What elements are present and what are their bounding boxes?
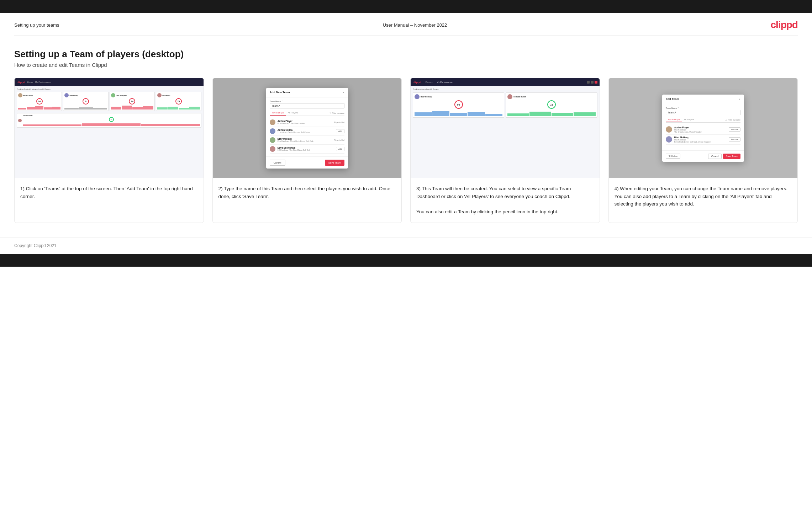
s1-bar <box>23 124 81 126</box>
dialog-footer: Cancel Save Team <box>266 156 348 169</box>
card-2-description: 2) Type the name of this Team and then s… <box>218 186 391 199</box>
top-bar <box>0 0 812 13</box>
s1-nav: Home My Performance <box>27 81 51 83</box>
dialog-team-name-input[interactable]: Team A <box>270 103 344 108</box>
s1-bar <box>44 107 52 110</box>
s1-avatar-4 <box>157 93 162 97</box>
edit-player-row-2: Blair McHarg Plus Handicap Royal North D… <box>666 135 740 145</box>
dialog-title: Add New Team <box>270 91 290 94</box>
edit-delete-button[interactable]: 🗑 Delete <box>666 154 680 159</box>
card-4-description: 4) When editing your Team, you can chang… <box>615 186 788 207</box>
dialog-player-row-3: Blair McHarg Plus Handicap · Royal North… <box>270 136 344 145</box>
s1-player-header-4: Dave Billin... <box>157 93 200 97</box>
dp-add-btn-2[interactable]: Add <box>336 129 344 133</box>
ep-info-1: Adrian Player Plus Handicap The Shire Lo… <box>674 126 729 133</box>
edit-dialog-input[interactable]: Team A <box>666 110 740 115</box>
footer: Copyright Clippd 2021 <box>0 237 812 254</box>
s3-players-grid: Blair McHarg 94 <box>413 92 597 118</box>
card-1-description: 1) Click on 'Teams' at the top of the sc… <box>20 186 193 199</box>
card-1: clippd Home My Performance Tracking 8 ou… <box>14 78 204 223</box>
dialog-tab-all-players[interactable]: All Players <box>286 111 300 116</box>
bottom-bar <box>0 254 812 267</box>
s3-bar <box>507 113 529 116</box>
dialog-close-icon[interactable]: × <box>342 91 344 94</box>
s3-bar <box>468 112 485 116</box>
edit-dialog-body: Team Name * Team A My Team (2) All Playe… <box>662 104 744 150</box>
s3-avatar-2 <box>507 94 512 99</box>
s1-bar <box>189 107 200 110</box>
dp-info-4: Dave Billingham 3.5 Handicap · The Ding … <box>278 146 336 151</box>
edit-player-row-1: Adrian Player Plus Handicap The Shire Lo… <box>666 125 740 135</box>
dp-info-2: Adrian Coliba 1 Handicap · Central Londo… <box>278 129 336 133</box>
ep-name-1: Adrian Player <box>674 126 729 129</box>
s1-bar <box>132 107 143 110</box>
card-2-screenshot: Add New Team × Team Name * Team A My Tea… <box>213 78 402 178</box>
edit-filter-checkbox[interactable] <box>725 119 727 121</box>
edit-tab-all-players[interactable]: All Players <box>682 117 696 122</box>
delete-label: Delete <box>671 155 677 157</box>
ep-remove-btn-2[interactable]: Remove <box>729 137 740 142</box>
card-4-text: 4) When editing your Team, you can chang… <box>609 178 798 215</box>
dialog-cancel-button[interactable]: Cancel <box>270 160 285 166</box>
s1-bar <box>35 106 43 110</box>
edit-cancel-button[interactable]: Cancel <box>708 154 722 159</box>
s3-icon-1 <box>587 81 590 84</box>
card-3-screenshot: clippd Players My Performance Tracking p… <box>411 78 600 178</box>
edit-team-dialog: Edit Team × Team Name * Team A My Team (… <box>662 95 744 162</box>
dp-add-btn-4[interactable]: Add <box>336 147 344 151</box>
s1-nav-home: Home <box>27 81 33 83</box>
dp-detail-3: Plus Handicap · Royal North Devon Golf C… <box>278 140 334 142</box>
edit-players-list: Adrian Player Plus Handicap The Shire Lo… <box>666 125 740 145</box>
page-subtitle: How to create and edit Teams in Clippd <box>14 62 798 68</box>
s1-player-card-bottom: Richard Butler 72 <box>17 113 201 128</box>
s3-player-card-1: Blair McHarg 94 <box>413 92 504 118</box>
s3-bars-2 <box>507 110 595 116</box>
card-3: clippd Players My Performance Tracking p… <box>410 78 600 223</box>
s3-bar <box>529 112 551 116</box>
s1-content-title: Tracking 8 out of 8 players from All Pla… <box>17 88 201 90</box>
filter-label: Filter by name <box>332 112 344 114</box>
filter-checkbox[interactable] <box>329 112 331 114</box>
s3-toolbar <box>587 81 597 84</box>
edit-dialog-close-icon[interactable]: × <box>738 97 740 101</box>
dp-badge-3: Player Added <box>334 139 344 141</box>
edit-dialog-tabs: My Team (2) All Players Filter by name <box>666 117 740 123</box>
dialog-filter: Filter by name <box>329 111 344 116</box>
s1-player-card-2: Blair McHarg 0 <box>63 92 108 111</box>
s1-score-circle-1: 84 <box>36 98 43 105</box>
edit-footer-right: Cancel Save Team <box>708 154 740 159</box>
dp-detail-2: 1 Handicap · Central London Golf Centre <box>278 131 336 133</box>
s1-player-name-4: Dave Billin... <box>162 95 171 96</box>
s1-bar <box>64 108 78 110</box>
s1-bottom-name: Richard Butler <box>23 114 200 116</box>
edit-tab-my-team[interactable]: My Team (2) <box>666 117 682 122</box>
clippd-logo: clippd <box>771 19 798 31</box>
s3-player-name-2: Richard Butler <box>513 96 526 98</box>
dialog-save-button[interactable]: Save Team <box>325 160 344 166</box>
edit-save-button[interactable]: Save Team <box>723 154 740 159</box>
edit-filter: Filter by name <box>725 117 740 122</box>
s3-content: Tracking players from All Players Blair … <box>411 86 600 120</box>
s1-bars-1 <box>18 105 60 110</box>
s1-player-name-3: Dave Billingham <box>116 95 127 96</box>
dp-name-4: Dave Billingham <box>278 146 336 149</box>
dialog-tab-my-team[interactable]: My Team (2) <box>270 111 286 116</box>
s3-nav-myperformance: My Performance <box>437 81 453 83</box>
s1-bottom-score: 72 <box>109 117 114 122</box>
s1-bottom-bars <box>23 123 200 126</box>
ep-remove-btn-1[interactable]: Remove <box>729 127 740 132</box>
dialog-tabs: My Team (2) All Players Filter by name <box>270 111 344 116</box>
s1-bar <box>179 108 189 110</box>
dp-name-2: Adrian Coliba <box>278 129 336 131</box>
dp-avatar-4 <box>270 146 275 152</box>
dialog-players-list: Adrian Player Plus Handicap · The Shire … <box>270 118 344 154</box>
s3-icon-2 <box>591 81 594 84</box>
dialog-header: Add New Team × <box>266 88 348 97</box>
dp-info-1: Adrian Player Plus Handicap · The Shire … <box>278 120 334 124</box>
dialog-player-row-4: Dave Billingham 3.5 Handicap · The Ding … <box>270 145 344 154</box>
s1-bar <box>141 124 200 126</box>
s3-bar <box>485 114 503 116</box>
s1-bars-4 <box>157 105 200 110</box>
card-2: Add New Team × Team Name * Team A My Tea… <box>212 78 402 223</box>
card-3-text: 3) This Team will then be created. You c… <box>411 178 600 223</box>
